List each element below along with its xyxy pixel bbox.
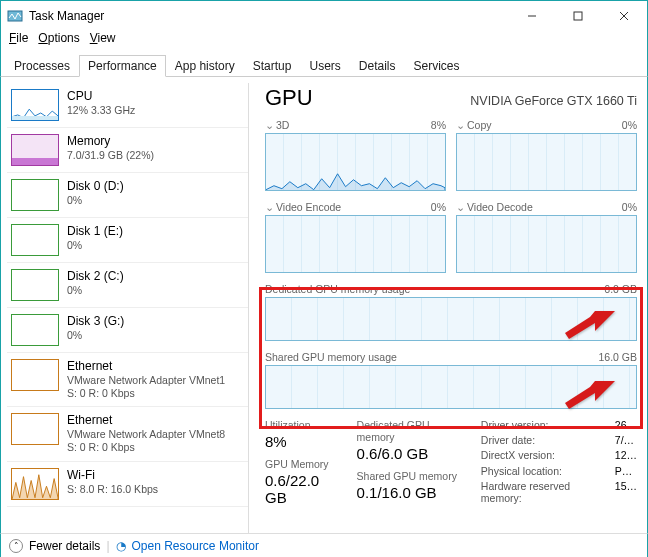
svg-rect-2 — [574, 12, 582, 20]
sidebar-item-title: Memory — [67, 134, 154, 149]
sidebar-item-sub: VMware Network Adapter VMnet8 — [67, 428, 225, 441]
kv-value: P… — [615, 465, 637, 479]
kv-value: 15… — [615, 480, 637, 506]
menu-options[interactable]: Options — [34, 30, 83, 50]
fewer-details-link[interactable]: Fewer details — [29, 539, 100, 553]
tab-services[interactable]: Services — [405, 55, 469, 77]
sidebar-item-sub: 0% — [67, 194, 124, 207]
sidebar-item-sub2: S: 0 R: 0 Kbps — [67, 387, 225, 400]
sidebar-item-sub: S: 8.0 R: 16.0 Kbps — [67, 483, 158, 496]
sidebar-item-ethernet[interactable]: EthernetVMware Network Adapter VMnet8S: … — [7, 407, 248, 461]
chevron-down-icon: ⌄ — [456, 201, 465, 213]
sidebar-item-ethernet[interactable]: EthernetVMware Network Adapter VMnet1S: … — [7, 353, 248, 407]
app-icon — [7, 8, 23, 24]
stat-value: 0.6/6.0 GB — [357, 445, 467, 462]
chart-label: ⌄3D — [265, 119, 289, 131]
sidebar-item-title: Disk 0 (D:) — [67, 179, 124, 194]
sidebar-item-disk-1-e-[interactable]: Disk 1 (E:)0% — [7, 218, 248, 263]
menu-file[interactable]: File — [5, 30, 32, 50]
sidebar[interactable]: CPU12% 3.33 GHzMemory7.0/31.9 GB (22%)Di… — [7, 83, 249, 533]
sidebar-item-disk-3-g-[interactable]: Disk 3 (G:)0% — [7, 308, 248, 353]
chart-pct: 0% — [431, 201, 446, 213]
chevron-down-icon: ⌄ — [456, 119, 465, 131]
stat-label: Shared GPU memory — [357, 470, 467, 482]
device-name: NVIDIA GeForce GTX 1660 Ti — [470, 94, 637, 108]
tab-details[interactable]: Details — [350, 55, 405, 77]
chart-video-decode[interactable]: ⌄Video Decode0% — [456, 201, 637, 273]
sidebar-item-disk-2-c-[interactable]: Disk 2 (C:)0% — [7, 263, 248, 308]
sidebar-item-title: Disk 3 (G:) — [67, 314, 124, 329]
open-resource-monitor-link[interactable]: Open Resource Monitor — [132, 539, 259, 553]
chart-shared-gpu-memory-usage[interactable]: Shared GPU memory usage16.0 GB — [265, 351, 637, 409]
main-panel: GPU NVIDIA GeForce GTX 1660 Ti ⌄3D8%⌄Cop… — [249, 77, 647, 533]
chevron-up-icon[interactable]: ˄ — [9, 539, 23, 553]
menu-view[interactable]: View — [86, 30, 120, 50]
sidebar-item-title: Ethernet — [67, 359, 225, 374]
stat-label: Dedicated GPU memory — [357, 419, 467, 443]
chart-copy[interactable]: ⌄Copy0% — [456, 119, 637, 191]
tab-performance[interactable]: Performance — [79, 55, 166, 77]
kv-label: Driver date: — [481, 434, 609, 448]
sidebar-item-disk-0-d-[interactable]: Disk 0 (D:)0% — [7, 173, 248, 218]
stat-label: Utilization — [265, 419, 343, 431]
kv-label: DirectX version: — [481, 449, 609, 463]
kv-value: 26… — [615, 419, 637, 433]
stat-value: 8% — [265, 433, 343, 450]
stats-row: Utilization 8% GPU Memory 0.6/22.0 GB De… — [265, 419, 637, 506]
chart-video-encode[interactable]: ⌄Video Encode0% — [265, 201, 446, 273]
chart-dedicated-gpu-memory-usage[interactable]: Dedicated GPU memory usage6.0 GB — [265, 283, 637, 341]
sidebar-item-sub2: S: 0 R: 0 Kbps — [67, 441, 225, 454]
footer: ˄ Fewer details | ◔ Open Resource Monito… — [0, 533, 648, 557]
tab-startup[interactable]: Startup — [244, 55, 301, 77]
sidebar-item-title: CPU — [67, 89, 135, 104]
tab-bar: Processes Performance App history Startu… — [0, 50, 648, 77]
window-title: Task Manager — [29, 9, 104, 23]
sidebar-item-memory[interactable]: Memory7.0/31.9 GB (22%) — [7, 128, 248, 173]
sidebar-item-sub: 7.0/31.9 GB (22%) — [67, 149, 154, 162]
chart-label: Dedicated GPU memory usage — [265, 283, 410, 295]
tab-processes[interactable]: Processes — [5, 55, 79, 77]
chart-max: 6.0 GB — [604, 283, 637, 295]
chart-label: Shared GPU memory usage — [265, 351, 397, 363]
driver-details: Driver version:26…Driver date:7/…DirectX… — [481, 419, 637, 506]
stat-value: 0.6/22.0 GB — [265, 472, 343, 506]
minimize-button[interactable] — [509, 1, 555, 31]
sidebar-item-sub: 0% — [67, 329, 124, 342]
menubar: File Options View — [0, 30, 648, 50]
sidebar-item-title: Disk 1 (E:) — [67, 224, 123, 239]
stat-label: GPU Memory — [265, 458, 343, 470]
kv-label: Driver version: — [481, 419, 609, 433]
sidebar-item-title: Wi-Fi — [67, 468, 158, 483]
chevron-down-icon: ⌄ — [265, 119, 274, 131]
tab-app-history[interactable]: App history — [166, 55, 244, 77]
page-title: GPU — [265, 85, 313, 111]
titlebar: Task Manager — [0, 0, 648, 30]
kv-label: Hardware reserved memory: — [481, 480, 609, 506]
chart-pct: 0% — [622, 119, 637, 131]
chevron-down-icon: ⌄ — [265, 201, 274, 213]
chart-max: 16.0 GB — [598, 351, 637, 363]
kv-value: 12… — [615, 449, 637, 463]
sidebar-item-sub: VMware Network Adapter VMnet1 — [67, 374, 225, 387]
resource-monitor-icon: ◔ — [116, 539, 126, 553]
maximize-button[interactable] — [555, 1, 601, 31]
kv-label: Physical location: — [481, 465, 609, 479]
sidebar-item-cpu[interactable]: CPU12% 3.33 GHz — [7, 83, 248, 128]
sidebar-item-sub: 0% — [67, 239, 123, 252]
stat-value: 0.1/16.0 GB — [357, 484, 467, 501]
chart-pct: 8% — [431, 119, 446, 131]
sidebar-item-sub: 12% 3.33 GHz — [67, 104, 135, 117]
chart-3d[interactable]: ⌄3D8% — [265, 119, 446, 191]
sidebar-item-title: Disk 2 (C:) — [67, 269, 124, 284]
chart-label: ⌄Video Decode — [456, 201, 533, 213]
chart-label: ⌄Video Encode — [265, 201, 341, 213]
sidebar-item-wi-fi[interactable]: Wi-FiS: 8.0 R: 16.0 Kbps — [7, 462, 248, 507]
kv-value: 7/… — [615, 434, 637, 448]
chart-pct: 0% — [622, 201, 637, 213]
close-button[interactable] — [601, 1, 647, 31]
sidebar-item-sub: 0% — [67, 284, 124, 297]
tab-users[interactable]: Users — [300, 55, 349, 77]
sidebar-item-title: Ethernet — [67, 413, 225, 428]
chart-label: ⌄Copy — [456, 119, 492, 131]
